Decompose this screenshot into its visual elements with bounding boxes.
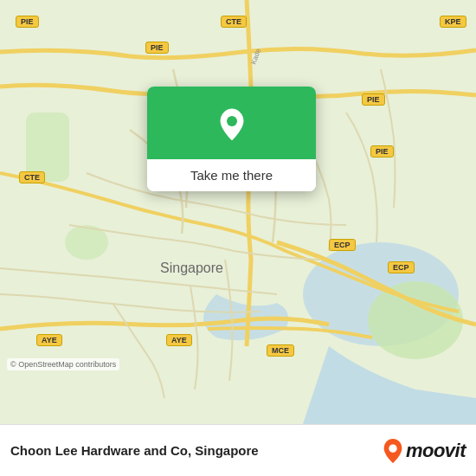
moovit-brand-text: moovit [406,440,466,462]
map: Singapore Kade KPE PIE PIE PIE PIE CTE C… [0,0,476,424]
highway-label-ecp-2: ECP [388,261,415,273]
moovit-pin-icon [382,438,404,464]
highway-label-pie-4: PIE [370,145,394,158]
highway-label-mce: MCE [267,344,294,357]
highway-label-cte-2: CTE [19,171,45,183]
location-pin-icon [213,106,251,144]
popup-header [147,87,316,159]
svg-point-7 [227,116,237,126]
highway-label-aye-1: AYE [36,334,62,346]
highway-label-cte-1: CTE [221,16,247,28]
svg-point-8 [389,444,396,452]
highway-label-kpe: KPE [440,16,466,28]
bottom-bar: Choon Lee Hardware and Co, Singapore moo… [0,424,476,476]
svg-point-2 [368,281,463,359]
moovit-logo: moovit [382,438,466,464]
place-name: Choon Lee Hardware and Co, Singapore [10,443,382,458]
highway-label-pie-3: PIE [362,93,385,106]
highway-label-ecp-1: ECP [329,239,356,251]
highway-label-pie-2: PIE [145,42,169,54]
highway-label-aye-2: AYE [166,334,192,346]
highway-label-pie-1: PIE [16,16,39,28]
map-attribution: © OpenStreetMap contributors [7,358,119,370]
svg-text:Singapore: Singapore [160,261,223,275]
take-me-there-button[interactable]: Take me there [147,159,316,191]
popup-card: Take me there [147,87,316,191]
